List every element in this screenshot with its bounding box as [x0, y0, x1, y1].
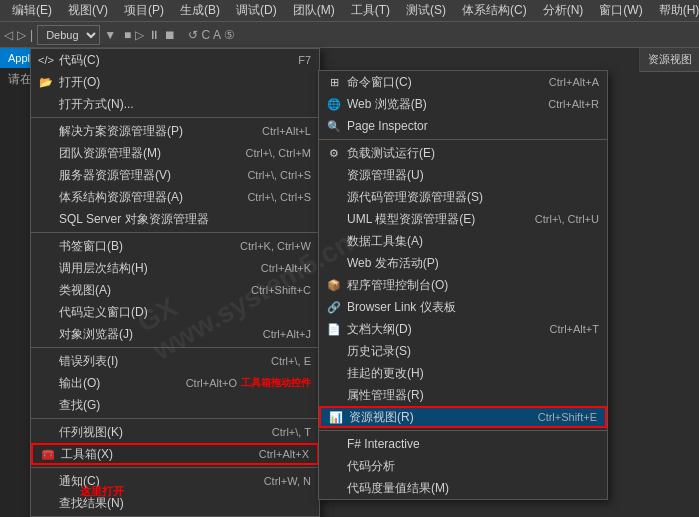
menu-project[interactable]: 项目(P)	[116, 0, 172, 21]
right-panel-title: 资源视图	[640, 48, 699, 72]
pkg-console-icon: 📦	[325, 276, 343, 294]
menu-item-find-results[interactable]: 查找结果(N)	[31, 492, 319, 514]
menu-item-bookmark[interactable]: 书签窗口(B) Ctrl+K, Ctrl+W	[31, 235, 319, 257]
menu-edit[interactable]: 编辑(E)	[4, 0, 60, 21]
doc-outline-icon: 📄	[325, 320, 343, 338]
page-inspector-icon: 🔍	[325, 117, 343, 135]
separator-3	[31, 347, 319, 348]
menu-analyze[interactable]: 分析(N)	[535, 0, 592, 21]
menu-test[interactable]: 测试(S)	[398, 0, 454, 21]
menu-item-team-explorer[interactable]: 团队资源管理器(M) Ctrl+\, Ctrl+M	[31, 142, 319, 164]
separator-5	[31, 467, 319, 468]
menubar: 编辑(E) 视图(V) 项目(P) 生成(B) 调试(D) 团队(M) 工具(T…	[0, 0, 699, 22]
sub-separator-1	[319, 139, 607, 140]
menu-item-find[interactable]: 查找(G)	[31, 394, 319, 416]
submenu-item-uml[interactable]: UML 模型资源管理器(E) Ctrl+\, Ctrl+U	[319, 208, 607, 230]
submenu-item-page-inspector[interactable]: 🔍 Page Inspector	[319, 115, 607, 137]
separator-4	[31, 418, 319, 419]
menu-help[interactable]: 帮助(H)	[651, 0, 699, 21]
menu-item-server-explorer[interactable]: 服务器资源管理器(V) Ctrl+\, Ctrl+S	[31, 164, 319, 186]
submenu-item-source-control[interactable]: 源代码管理资源管理器(S)	[319, 186, 607, 208]
menu-item-call-hierarchy[interactable]: 调用层次结构(H) Ctrl+Alt+K	[31, 257, 319, 279]
menu-item-code[interactable]: </> 代码(C) F7	[31, 49, 319, 71]
menu-debug[interactable]: 调试(D)	[228, 0, 285, 21]
submenu-item-history[interactable]: 历史记录(S)	[319, 340, 607, 362]
code-icon: </>	[37, 51, 55, 69]
menu-view[interactable]: 视图(V)	[60, 0, 116, 21]
menu-tools[interactable]: 工具(T)	[343, 0, 398, 21]
menu-build[interactable]: 生成(B)	[172, 0, 228, 21]
menu-item-solution-explorer[interactable]: 解决方案资源管理器(P) Ctrl+Alt+L	[31, 120, 319, 142]
submenu-item-pending-changes[interactable]: 挂起的更改(H)	[319, 362, 607, 384]
browser-link-icon: 🔗	[325, 298, 343, 316]
submenu-item-resource-view[interactable]: 📊 资源视图(R) Ctrl+Shift+E	[319, 406, 607, 428]
submenu-item-doc-outline[interactable]: 📄 文档大纲(D) Ctrl+Alt+T	[319, 318, 607, 340]
menu-item-open-with[interactable]: 打开方式(N)...	[31, 93, 319, 115]
toolbox-icon: 🧰	[39, 445, 57, 463]
separator-1	[31, 117, 319, 118]
menu-item-task-view[interactable]: 仟列视图(K) Ctrl+\, T	[31, 421, 319, 443]
submenu-item-pkg-console[interactable]: 📦 程序管理控制台(O)	[319, 274, 607, 296]
submenu-item-web-publish[interactable]: Web 发布活动(P)	[319, 252, 607, 274]
submenu-item-data-tools[interactable]: 数据工具集(A)	[319, 230, 607, 252]
submenu-item-fsharp[interactable]: F# Interactive	[319, 433, 607, 455]
menu-item-error-list[interactable]: 错误列表(I) Ctrl+\, E	[31, 350, 319, 372]
submenu-item-resource-manager[interactable]: 资源管理器(U)	[319, 164, 607, 186]
menu-item-object-browser[interactable]: 对象浏览器(J) Ctrl+Alt+J	[31, 323, 319, 345]
menu-item-toolbox[interactable]: 🧰 工具箱(X) Ctrl+Alt+X	[31, 443, 319, 465]
command-icon: ⊞	[325, 73, 343, 91]
menu-item-sql[interactable]: SQL Server 对象资源管理器	[31, 208, 319, 230]
main-area: Applicatio... 请在此处... </> 代码(C) F7 📂 打开(…	[0, 48, 699, 517]
menu-architecture[interactable]: 体系结构(C)	[454, 0, 535, 21]
submenu-item-code-analysis[interactable]: 代码分析	[319, 455, 607, 477]
menu-item-open[interactable]: 📂 打开(O)	[31, 71, 319, 93]
right-panel: 资源视图	[639, 48, 699, 72]
submenu-other-windows: ⊞ 命令窗口(C) Ctrl+Alt+A 🌐 Web 浏览器(B) Ctrl+A…	[318, 70, 608, 500]
web-browser-icon: 🌐	[325, 95, 343, 113]
output-annotation: 工具箱拖动控件	[241, 376, 311, 390]
resource-view-icon: 📊	[327, 408, 345, 426]
debug-config-select[interactable]: Debug	[37, 25, 100, 45]
submenu-item-load-test[interactable]: ⚙ 负载测试运行(E)	[319, 142, 607, 164]
menu-item-class-view[interactable]: 类视图(A) Ctrl+Shift+C	[31, 279, 319, 301]
main-dropdown-menu: </> 代码(C) F7 📂 打开(O) 打开方式(N)... 解决方案资源管理…	[30, 48, 320, 517]
menu-item-code-def[interactable]: 代码定义窗口(D)	[31, 301, 319, 323]
submenu-item-property-manager[interactable]: 属性管理器(R)	[319, 384, 607, 406]
open-icon: 📂	[37, 73, 55, 91]
submenu-item-command[interactable]: ⊞ 命令窗口(C) Ctrl+Alt+A	[319, 71, 607, 93]
menu-item-arch-explorer[interactable]: 体系结构资源管理器(A) Ctrl+\, Ctrl+S	[31, 186, 319, 208]
separator-2	[31, 232, 319, 233]
menu-item-output[interactable]: 输出(O) Ctrl+Alt+O 工具箱拖动控件	[31, 372, 319, 394]
submenu-item-browser-link[interactable]: 🔗 Browser Link 仪表板	[319, 296, 607, 318]
submenu-item-code-metrics[interactable]: 代码度量值结果(M)	[319, 477, 607, 499]
sub-separator-2	[319, 430, 607, 431]
menu-item-notification[interactable]: 通知(C) Ctrl+W, N	[31, 470, 319, 492]
left-panel: Applicatio... 请在此处... </> 代码(C) F7 📂 打开(…	[0, 48, 320, 517]
toolbar: ◁ ▷ | Debug ▼ ■ ▷ ⏸ ⏹ ↺ C A ⑤	[0, 22, 699, 48]
menu-window[interactable]: 窗口(W)	[591, 0, 650, 21]
load-test-icon: ⚙	[325, 144, 343, 162]
menu-team[interactable]: 团队(M)	[285, 0, 343, 21]
submenu-item-web-browser[interactable]: 🌐 Web 浏览器(B) Ctrl+Alt+R	[319, 93, 607, 115]
